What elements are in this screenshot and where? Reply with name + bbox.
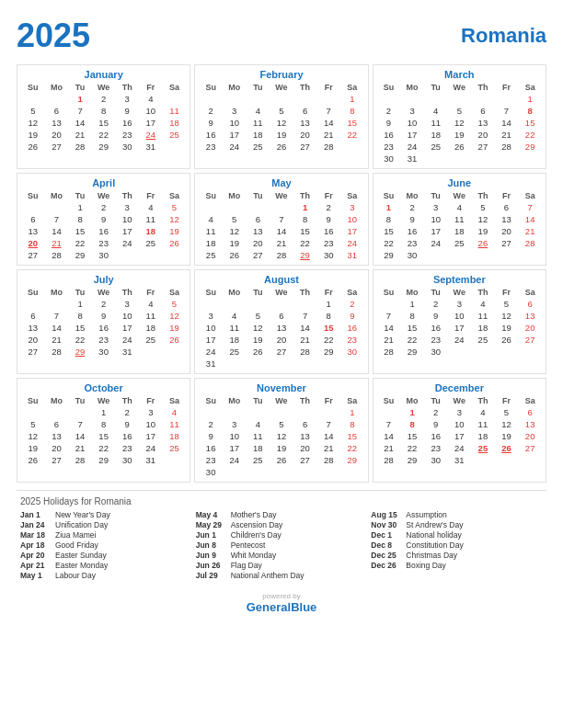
cal-day: 19 <box>247 334 270 346</box>
cal-day: 9 <box>92 213 116 225</box>
cal-day: 23 <box>92 334 116 346</box>
cal-day: 4 <box>199 213 223 225</box>
day-header: We <box>270 287 293 298</box>
cal-table: SuMoTuWeThFrSa12345678910111213141516171… <box>377 190 542 261</box>
cal-day: 13 <box>471 117 495 129</box>
cal-day: 7 <box>293 310 317 322</box>
day-header: Mo <box>400 395 424 406</box>
cal-day: 19 <box>223 237 247 249</box>
cal-day <box>293 358 317 370</box>
cal-day: 13 <box>21 225 45 237</box>
cal-day: 2 <box>316 201 340 213</box>
cal-day: 27 <box>45 454 69 466</box>
month-name: October <box>21 382 186 393</box>
cal-table: SuMoTuWeThFrSa12345678910111213141516171… <box>199 190 363 261</box>
cal-day <box>247 406 270 418</box>
cal-day: 22 <box>68 237 92 249</box>
cal-day: 6 <box>247 213 270 225</box>
cal-day <box>270 201 293 213</box>
cal-day: 31 <box>340 249 364 261</box>
cal-day: 17 <box>400 129 424 141</box>
cal-day <box>495 93 519 105</box>
cal-day: 21 <box>495 129 519 141</box>
cal-day: 26 <box>21 454 45 466</box>
cal-day: 2 <box>424 406 448 418</box>
cal-day: 21 <box>45 334 69 346</box>
cal-day: 6 <box>21 310 45 322</box>
cal-day <box>223 406 247 418</box>
cal-day <box>447 249 471 261</box>
cal-day: 7 <box>495 105 519 117</box>
cal-day: 25 <box>424 141 448 153</box>
day-header: Fr <box>139 287 163 298</box>
cal-day: 20 <box>21 237 45 249</box>
day-header: Fr <box>495 190 519 201</box>
day-header: Tu <box>247 82 270 93</box>
cal-day: 12 <box>495 310 519 322</box>
cal-day: 13 <box>495 213 519 225</box>
cal-day: 7 <box>377 310 401 322</box>
cal-day: 21 <box>68 129 92 141</box>
cal-day: 1 <box>68 93 92 105</box>
cal-day: 11 <box>471 310 495 322</box>
cal-day: 5 <box>163 201 187 213</box>
cal-day: 28 <box>45 346 69 358</box>
cal-day: 18 <box>247 129 270 141</box>
cal-day: 28 <box>377 454 401 466</box>
holiday-item: Jul 29National Anthem Day <box>196 571 368 580</box>
cal-day: 4 <box>139 201 163 213</box>
cal-day: 5 <box>223 213 247 225</box>
cal-day: 11 <box>139 310 163 322</box>
day-header: Th <box>115 190 139 201</box>
cal-day: 5 <box>270 418 293 430</box>
cal-day <box>471 93 495 105</box>
cal-day: 26 <box>247 346 270 358</box>
cal-day: 10 <box>139 105 163 117</box>
cal-day: 26 <box>270 141 293 153</box>
cal-day <box>471 153 495 165</box>
cal-day <box>518 153 542 165</box>
month-block-june: JuneSuMoTuWeThFrSa1234567891011121314151… <box>373 173 546 266</box>
cal-day: 14 <box>495 117 519 129</box>
cal-table: SuMoTuWeThFrSa12345678910111213141516171… <box>377 395 542 466</box>
cal-day <box>163 454 187 466</box>
cal-day: 18 <box>424 129 448 141</box>
day-header: Tu <box>247 190 270 201</box>
cal-day <box>21 201 45 213</box>
holiday-date: Mar 18 <box>20 530 52 540</box>
cal-table: SuMoTuWeThFrSa12345678910111213141516171… <box>21 82 186 153</box>
cal-day: 27 <box>495 237 519 249</box>
cal-day: 8 <box>68 310 92 322</box>
cal-day: 13 <box>270 322 293 334</box>
cal-day: 1 <box>340 93 364 105</box>
cal-day: 15 <box>340 117 364 129</box>
cal-day: 26 <box>21 141 45 153</box>
cal-day: 21 <box>316 129 340 141</box>
day-header: We <box>270 82 293 93</box>
cal-day: 4 <box>247 418 270 430</box>
cal-table: SuMoTuWeThFrSa12345678910111213141516171… <box>21 287 186 358</box>
holiday-date: Dec 25 <box>371 551 402 560</box>
cal-day: 24 <box>447 334 471 346</box>
cal-day: 16 <box>92 322 116 334</box>
cal-day: 7 <box>45 310 69 322</box>
cal-day <box>471 454 495 466</box>
cal-day: 14 <box>68 430 92 442</box>
cal-day <box>447 93 471 105</box>
day-header: We <box>447 82 471 93</box>
cal-day: 12 <box>163 213 187 225</box>
cal-day: 20 <box>45 129 69 141</box>
month-name: June <box>377 177 542 188</box>
cal-day: 20 <box>495 225 519 237</box>
cal-day: 17 <box>139 430 163 442</box>
holiday-name: Children's Day <box>231 530 282 540</box>
cal-table: SuMoTuWeThFrSa12345678910111213141516171… <box>199 287 363 370</box>
day-header: Fr <box>316 82 340 93</box>
cal-day <box>139 249 163 261</box>
cal-day: 8 <box>377 213 401 225</box>
day-header: Th <box>115 287 139 298</box>
cal-day <box>21 93 45 105</box>
cal-day: 18 <box>471 322 495 334</box>
cal-day <box>21 298 45 310</box>
day-header: Fr <box>495 82 519 93</box>
